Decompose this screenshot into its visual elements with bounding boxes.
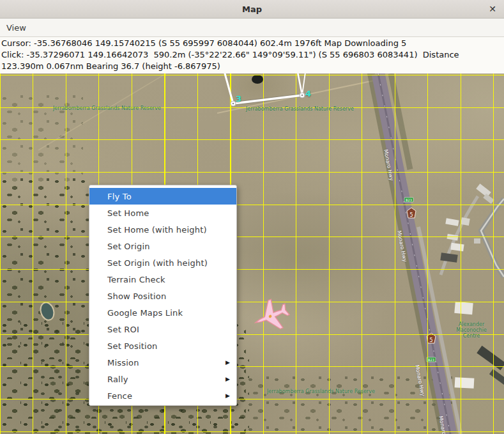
waypoint-4-label: 4 [305, 89, 311, 98]
menu-item-set-position[interactable]: Set Position [89, 337, 236, 354]
window-title: Map [242, 4, 262, 14]
map-window: Map ✕ View Cursor: -35.36768046 149.1574… [0, 0, 504, 434]
status-click-line: Click: -35.37296071 149.16642073 590.2m … [1, 49, 504, 61]
aircraft-icon [249, 295, 293, 337]
status-area: Cursor: -35.36768046 149.15740215 (S 55 … [0, 37, 504, 74]
menu-item-mission[interactable]: Mission▶ [89, 354, 236, 371]
menubar: View [0, 19, 504, 37]
menu-item-rally[interactable]: Rally▶ [89, 371, 236, 387]
close-icon[interactable]: ✕ [486, 3, 499, 15]
menu-item-set-home[interactable]: Set Home [89, 205, 236, 221]
route-leg-up-3 [225, 74, 233, 104]
menu-view[interactable]: View [0, 19, 33, 36]
menu-item-set-roi[interactable]: Set ROI [89, 321, 236, 337]
menu-item-set-origin[interactable]: Set Origin [89, 238, 236, 254]
menu-item-show-position[interactable]: Show Position [89, 288, 236, 304]
submenu-arrow-icon: ▶ [225, 359, 230, 366]
status-distance-line: 123.390m 0.067nm Bearing 36.7 (height -6… [1, 61, 504, 72]
submenu-arrow-icon: ▶ [225, 392, 230, 399]
submenu-arrow-icon: ▶ [225, 376, 230, 382]
menu-item-set-home-height[interactable]: Set Home (with height) [89, 221, 236, 238]
status-cursor-line: Cursor: -35.36768046 149.15740215 (S 55 … [1, 38, 504, 49]
route-leg-3-4 [233, 95, 302, 104]
menu-item-fly-to[interactable]: Fly To [89, 188, 236, 205]
waypoint-3-center [233, 103, 234, 105]
menu-item-google-maps-link[interactable]: Google Maps Link [89, 304, 236, 321]
waypoint-3-label: 3 [236, 94, 241, 104]
map-context-menu: Fly To Set Home Set Home (with height) S… [89, 185, 237, 406]
menu-item-fence[interactable]: Fence▶ [89, 387, 236, 404]
menu-item-terrain-check[interactable]: Terrain Check [89, 271, 236, 288]
mission-overlay-layer [0, 74, 504, 434]
titlebar: Map ✕ [0, 0, 504, 19]
route-leg-up-4a [298, 74, 302, 95]
waypoint-4-center [302, 95, 303, 97]
menu-item-set-origin-height[interactable]: Set Origin (with height) [89, 254, 236, 271]
map-canvas[interactable]: B23 5 5 B23 Jerrabomberra Grasslands Nat… [0, 74, 504, 434]
